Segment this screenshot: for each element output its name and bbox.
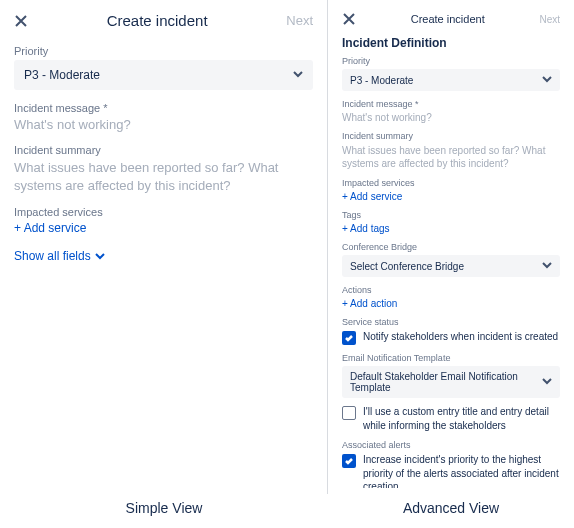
bridge-label: Conference Bridge <box>342 242 560 252</box>
services-label: Impacted services <box>342 178 560 188</box>
custom-entry-checkbox[interactable] <box>342 406 356 420</box>
add-service-button[interactable]: + Add service <box>342 191 560 202</box>
email-template-select[interactable]: Default Stakeholder Email Notification T… <box>342 366 560 398</box>
chevron-down-icon <box>293 68 303 82</box>
notify-checkbox[interactable] <box>342 331 356 345</box>
alerts-label: Associated alerts <box>342 440 560 450</box>
priority-select[interactable]: P3 - Moderate <box>342 69 560 91</box>
chevron-down-icon <box>542 376 552 388</box>
add-action-button[interactable]: + Add action <box>342 298 560 309</box>
message-label: Incident message * <box>14 102 313 114</box>
services-label: Impacted services <box>14 206 313 218</box>
message-label: Incident message * <box>342 99 560 109</box>
page-title: Create incident <box>356 13 539 25</box>
email-label: Email Notification Template <box>342 353 560 363</box>
bridge-select[interactable]: Select Conference Bridge <box>342 255 560 277</box>
next-button[interactable]: Next <box>539 14 560 25</box>
tags-label: Tags <box>342 210 560 220</box>
chevron-down-icon <box>542 74 552 86</box>
chevron-down-icon <box>95 247 105 265</box>
increase-priority-label: Increase incident's priority to the high… <box>363 453 560 488</box>
simple-caption: Simple View <box>0 494 328 522</box>
section-header: Incident Definition <box>342 36 560 50</box>
custom-entry-label: I'll use a custom entry title and entry … <box>363 405 560 432</box>
add-tags-button[interactable]: + Add tags <box>342 223 560 234</box>
priority-value: P3 - Moderate <box>350 75 413 86</box>
priority-select[interactable]: P3 - Moderate <box>14 60 313 90</box>
actions-label: Actions <box>342 285 560 295</box>
close-icon[interactable] <box>342 12 356 26</box>
close-icon[interactable] <box>14 14 28 28</box>
add-service-button[interactable]: + Add service <box>14 221 313 235</box>
message-input[interactable]: What's not working? <box>342 112 560 123</box>
priority-value: P3 - Moderate <box>24 68 100 82</box>
summary-label: Incident summary <box>14 144 313 156</box>
notify-label: Notify stakeholders when incident is cre… <box>363 330 558 344</box>
bridge-value: Select Conference Bridge <box>350 261 464 272</box>
next-button[interactable]: Next <box>286 13 313 28</box>
advanced-caption: Advanced View <box>328 494 574 522</box>
show-all-fields-button[interactable]: Show all fields <box>14 249 91 263</box>
status-label: Service status <box>342 317 560 327</box>
chevron-down-icon <box>542 260 552 272</box>
summary-input[interactable]: What issues have been reported so far? W… <box>342 144 560 170</box>
page-title: Create incident <box>28 12 286 29</box>
simple-view: Create incident Next Priority P3 - Moder… <box>0 0 328 494</box>
priority-label: Priority <box>14 45 313 57</box>
increase-priority-checkbox[interactable] <box>342 454 356 468</box>
priority-label: Priority <box>342 56 560 66</box>
message-input[interactable]: What's not working? <box>14 117 313 132</box>
summary-input[interactable]: What issues have been reported so far? W… <box>14 159 313 194</box>
summary-label: Incident summary <box>342 131 560 141</box>
email-value: Default Stakeholder Email Notification T… <box>350 371 542 393</box>
advanced-view: Create incident Next Incident Definition… <box>328 0 574 494</box>
